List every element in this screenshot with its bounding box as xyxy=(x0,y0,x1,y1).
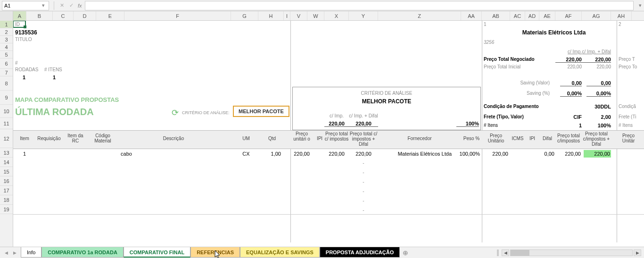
right-company: Materiais Elétricos Ltda xyxy=(494,29,614,36)
hscroll-right-icon[interactable]: ▶ xyxy=(634,250,641,256)
col-header-AC[interactable]: AC xyxy=(510,11,525,20)
accept-formula-icon: ✓ xyxy=(66,2,76,8)
m13-peso: 100,00% xyxy=(454,151,480,157)
col-header-I[interactable]: I xyxy=(284,11,290,20)
hdr-um: UM xyxy=(237,136,256,141)
row-header-14[interactable]: 14 xyxy=(0,158,13,167)
rodadas-value: 1 xyxy=(23,75,25,80)
col-header-AA[interactable]: AA xyxy=(461,11,482,20)
row-header-18[interactable]: 18 xyxy=(0,195,13,205)
r-frete: Frete (Tipo, Valor) xyxy=(484,114,524,119)
mid-cimp: c/ Imp. xyxy=(324,113,349,118)
spreadsheet-grid[interactable]: ID 9135536 TITULO # RODADAS # ITENS 1 1 … xyxy=(13,21,644,247)
m13-forn: Materiais Elétricos Ltda xyxy=(378,151,452,157)
crit-label: CRITÉRIO DE ANÁLISE: xyxy=(182,110,230,115)
row-headers: 12345678910111213141516171819 xyxy=(0,21,13,247)
col-header-AG[interactable]: AG xyxy=(582,11,611,20)
r-cond: Condição de Pagamento xyxy=(484,104,539,109)
col-header-A[interactable]: A xyxy=(13,11,26,20)
r13-desc: cabo xyxy=(112,151,140,157)
cancel-formula-icon: ✕ xyxy=(57,2,66,8)
col-header-V[interactable]: V xyxy=(290,11,307,20)
itens-label: # ITENS xyxy=(44,67,62,72)
row-header-7[interactable]: 7 xyxy=(0,69,13,76)
titulo-label: TITULO xyxy=(15,37,32,42)
col-header-C[interactable]: C xyxy=(53,11,74,20)
col-header-E[interactable]: E xyxy=(96,11,124,20)
mh-forn: Fornecedor xyxy=(378,136,461,141)
col-header-H[interactable]: H xyxy=(258,11,284,20)
select-all-corner[interactable] xyxy=(0,11,13,21)
row-header-3[interactable]: 3 xyxy=(0,36,13,43)
id-value: 9135536 xyxy=(15,29,37,36)
mapa-title: MAPA COMPARATIVO PROPOSTAS xyxy=(15,96,119,103)
mh-ptd: Preço total c/ impostos + Difal xyxy=(349,131,378,147)
row-header-13[interactable]: 13 xyxy=(0,148,13,158)
analysis-icon: ⟳ xyxy=(172,108,179,118)
col-header-D[interactable]: D xyxy=(74,11,96,20)
col-header-AH[interactable]: AH xyxy=(611,11,632,20)
tab-nav-prev-icon[interactable]: ◀ xyxy=(3,250,9,255)
col-header-Z[interactable]: Z xyxy=(378,11,461,20)
right-col1: 1 xyxy=(484,22,487,27)
hscroll-left-icon[interactable]: ◀ xyxy=(502,250,509,256)
mh-pu: Preço unitári o xyxy=(290,131,313,141)
col-header-W[interactable]: W xyxy=(307,11,324,20)
row-header-4[interactable]: 4 xyxy=(0,43,13,51)
formula-input[interactable] xyxy=(85,1,634,10)
row-header-5[interactable]: 5 xyxy=(0,51,13,58)
tab-comparativo-1a[interactable]: COMPARATIVO 1a RODADA xyxy=(41,247,124,258)
hscroll-track[interactable] xyxy=(510,250,633,256)
hdr-item: Item xyxy=(13,136,36,141)
name-box-dropdown-icon[interactable]: ▾ xyxy=(40,2,47,8)
row-header-2[interactable]: 2 xyxy=(0,28,13,36)
row-header-9[interactable]: 9 xyxy=(0,91,13,105)
col-header-AD[interactable]: AD xyxy=(525,11,539,20)
col-header-B[interactable]: B xyxy=(26,11,53,20)
mid-v2: 220,00 xyxy=(349,121,378,127)
col-header-G[interactable]: G xyxy=(231,11,258,20)
col-header-Y[interactable]: Y xyxy=(349,11,378,20)
row-header-16[interactable]: 16 xyxy=(0,176,13,186)
row-header-11[interactable]: 11 xyxy=(0,118,13,129)
mid-crit-label: CRITÉRIO DE ANÁLISE xyxy=(292,91,481,96)
itens-value: 1 xyxy=(53,75,56,80)
add-sheet-icon[interactable]: ⊕ xyxy=(400,249,411,257)
col-header-F[interactable]: F xyxy=(124,11,231,20)
crit-button[interactable]: MELHOR PACOTE xyxy=(233,106,289,117)
column-headers: ABCDEFGHIVWXYZAAABACADAEAFAGAH xyxy=(0,11,644,21)
col-header-AB[interactable]: AB xyxy=(482,11,510,20)
hash-label: # xyxy=(15,60,18,66)
r13-um: CX xyxy=(237,151,256,157)
hdr-req: Requisição xyxy=(36,136,62,141)
row-header-1[interactable]: 1 xyxy=(0,21,13,28)
hdr-desc: Descrição xyxy=(155,136,192,141)
sheet-tab-bar: ◀ ▶ Info COMPARATIVO 1a RODADA COMPARATI… xyxy=(0,247,644,258)
hscroll-thumb[interactable] xyxy=(511,250,529,256)
col-header-X[interactable]: X xyxy=(324,11,349,20)
tab-proposta-adj[interactable]: PROPOSTA ADJUDICAÇÃO xyxy=(320,247,400,258)
row-header-15[interactable]: 15 xyxy=(0,167,13,176)
row-header-10[interactable]: 10 xyxy=(0,105,13,118)
tab-info[interactable]: Info xyxy=(21,247,41,258)
row-header-12[interactable]: 12 xyxy=(0,129,13,148)
tab-equalizacao[interactable]: EQUALIZAÇÃO E SAVINGS xyxy=(240,247,320,258)
row-header-17[interactable]: 17 xyxy=(0,186,13,195)
row-header-19[interactable]: 19 xyxy=(0,205,13,214)
tab-referencias[interactable]: REFERENCIAS xyxy=(190,247,240,258)
right-code: 3256 xyxy=(484,40,494,45)
rodadas-label: RODADAS xyxy=(15,67,38,72)
hdr-cod: Código Material xyxy=(89,133,117,143)
row-header-8[interactable]: 8 xyxy=(0,76,13,91)
hdr-qtd: Qtd xyxy=(260,136,284,141)
tab-nav-next-icon[interactable]: ▶ xyxy=(11,250,18,255)
r-ini: Preço Total Inicial xyxy=(484,64,520,69)
col-header-AE[interactable]: AE xyxy=(539,11,555,20)
tab-comparativo-final[interactable]: COMPARATIVO FINAL xyxy=(124,247,190,258)
row-header-6[interactable]: 6 xyxy=(0,58,13,69)
col-header-AF[interactable]: AF xyxy=(555,11,582,20)
fx-icon[interactable]: fx xyxy=(78,3,82,8)
name-box[interactable]: A1 ▾ xyxy=(2,1,49,10)
r-sp: Saving (%) xyxy=(484,91,550,96)
r-neg: Preço Total Negociado xyxy=(484,57,535,62)
